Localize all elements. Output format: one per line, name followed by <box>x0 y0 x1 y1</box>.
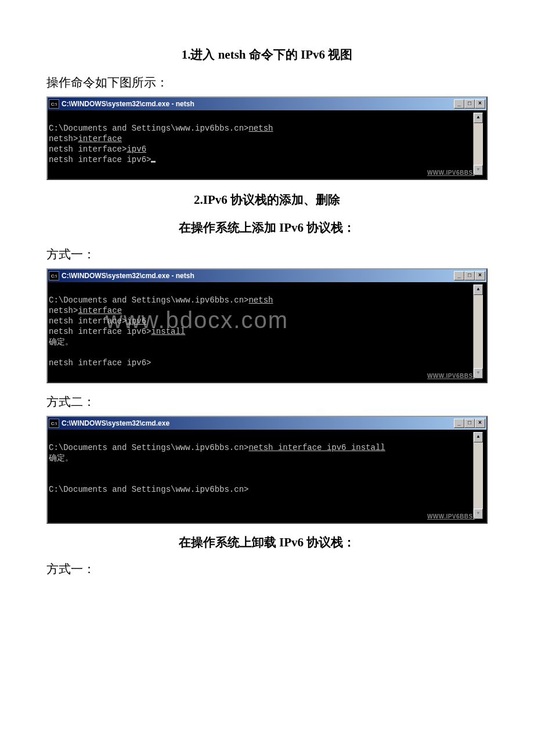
watermark-footer: WWW.IPV6BBS. <box>427 168 475 178</box>
scrollbar-track[interactable]: ▼ <box>474 442 483 519</box>
method-1-label: 方式一： <box>46 246 488 262</box>
title-bar-left: C:\ C:\WINDOWS\system32\cmd.exe - netsh <box>49 99 194 109</box>
watermark-footer: WWW.IPV6BBS. <box>427 512 475 522</box>
window-controls: _ □ × <box>454 419 485 428</box>
minimize-button[interactable]: _ <box>454 99 464 109</box>
close-button[interactable]: × <box>475 99 485 109</box>
terminal-window-2: C:\ C:\WINDOWS\system32\cmd.exe - netsh … <box>46 268 488 383</box>
minimize-button[interactable]: _ <box>454 419 464 428</box>
prompt: netsh interface> <box>49 316 127 326</box>
terminal-body: C:\Documents and Settings\www.ipv6bbs.cn… <box>48 110 486 179</box>
prompt: C:\Documents and Settings\www.ipv6bbs.cn… <box>49 124 248 133</box>
terminal-text: C:\Documents and Settings\www.ipv6bbs.cn… <box>48 432 473 519</box>
cmd-icon: C:\ <box>49 419 59 428</box>
document-page: 1.进入 netsh 命令下的 IPv6 视图 操作命令如下图所示： C:\ C… <box>0 0 534 618</box>
terminal-window-1: C:\ C:\WINDOWS\system32\cmd.exe - netsh … <box>46 96 488 180</box>
command: interface <box>78 134 122 143</box>
prompt: netsh interface ipv6> <box>49 155 151 164</box>
scroll-up-icon[interactable]: ▲ <box>474 113 483 123</box>
terminal-body: C:\Documents and Settings\www.ipv6bbs.cn… <box>48 430 486 523</box>
title-bar-left: C:\ C:\WINDOWS\system32\cmd.exe <box>49 419 169 428</box>
prompt: netsh interface ipv6> <box>49 327 151 336</box>
title-bar-left: C:\ C:\WINDOWS\system32\cmd.exe - netsh <box>49 271 194 280</box>
title-bar: C:\ C:\WINDOWS\system32\cmd.exe - netsh … <box>48 269 486 282</box>
scroll-up-icon[interactable]: ▲ <box>474 285 483 295</box>
scrollbar-track[interactable]: ▼ <box>474 295 483 379</box>
prompt: C:\Documents and Settings\www.ipv6bbs.cn… <box>49 485 248 494</box>
section-2-heading: 2.IPv6 协议栈的添加、删除 <box>46 192 488 208</box>
terminal-body: www.bdocx.com C:\Documents and Settings\… <box>48 282 486 382</box>
scrollbar-track[interactable]: ▼ <box>474 123 483 175</box>
command: netsh <box>248 296 273 305</box>
window-title: C:\WINDOWS\system32\cmd.exe <box>62 419 169 427</box>
cursor-icon <box>151 161 156 163</box>
command: netsh interface ipv6 install <box>248 443 385 452</box>
title-bar: C:\ C:\WINDOWS\system32\cmd.exe _ □ × <box>48 417 486 430</box>
prompt: C:\Documents and Settings\www.ipv6bbs.cn… <box>49 296 248 305</box>
close-button[interactable]: × <box>475 419 485 428</box>
prompt: netsh> <box>49 134 78 143</box>
method-1-label-remove: 方式一： <box>46 561 488 577</box>
window-controls: _ □ × <box>454 99 485 109</box>
section-1-heading: 1.进入 netsh 命令下的 IPv6 视图 <box>46 46 488 63</box>
command: ipv6 <box>127 316 146 326</box>
title-bar: C:\ C:\WINDOWS\system32\cmd.exe - netsh … <box>48 98 486 110</box>
command: install <box>151 327 185 336</box>
output-line: 确定。 <box>49 453 73 463</box>
output-line: 确定。 <box>49 337 73 347</box>
command: interface <box>78 306 122 315</box>
watermark-footer: WWW.IPV6BBS. <box>427 371 475 381</box>
maximize-button[interactable]: □ <box>464 419 475 428</box>
scroll-down-icon[interactable]: ▼ <box>474 509 483 519</box>
terminal-text: C:\Documents and Settings\www.ipv6bbs.cn… <box>48 285 473 379</box>
scrollbar[interactable]: ▲ ▼ <box>473 113 483 175</box>
cmd-icon: C:\ <box>49 271 59 280</box>
minimize-button[interactable]: _ <box>454 271 464 280</box>
scroll-up-icon[interactable]: ▲ <box>474 432 483 442</box>
prompt: netsh interface> <box>49 145 127 154</box>
prompt: C:\Documents and Settings\www.ipv6bbs.cn… <box>49 443 248 452</box>
prompt: netsh interface ipv6> <box>49 358 151 368</box>
method-2-label: 方式二： <box>46 394 488 410</box>
scroll-down-icon[interactable]: ▼ <box>474 368 483 379</box>
terminal-text: C:\Documents and Settings\www.ipv6bbs.cn… <box>48 113 473 175</box>
window-title: C:\WINDOWS\system32\cmd.exe - netsh <box>62 100 194 108</box>
command: ipv6 <box>127 145 146 154</box>
cmd-icon: C:\ <box>49 99 59 109</box>
section-3-sub-remove: 在操作系统上卸载 IPv6 协议栈： <box>46 534 488 550</box>
maximize-button[interactable]: □ <box>464 99 475 109</box>
window-title: C:\WINDOWS\system32\cmd.exe - netsh <box>62 272 194 280</box>
section-2-sub-add: 在操作系统上添加 IPv6 协议栈： <box>46 219 488 236</box>
close-button[interactable]: × <box>475 271 485 280</box>
scrollbar[interactable]: ▲ ▼ <box>473 432 483 519</box>
terminal-window-3: C:\ C:\WINDOWS\system32\cmd.exe _ □ × C:… <box>46 416 488 524</box>
command: netsh <box>248 124 273 133</box>
scroll-down-icon[interactable]: ▼ <box>474 165 483 175</box>
prompt: netsh> <box>49 306 78 315</box>
section-1-intro: 操作命令如下图所示： <box>46 74 488 91</box>
scrollbar[interactable]: ▲ ▼ <box>473 285 483 379</box>
maximize-button[interactable]: □ <box>464 271 475 280</box>
window-controls: _ □ × <box>454 271 485 280</box>
